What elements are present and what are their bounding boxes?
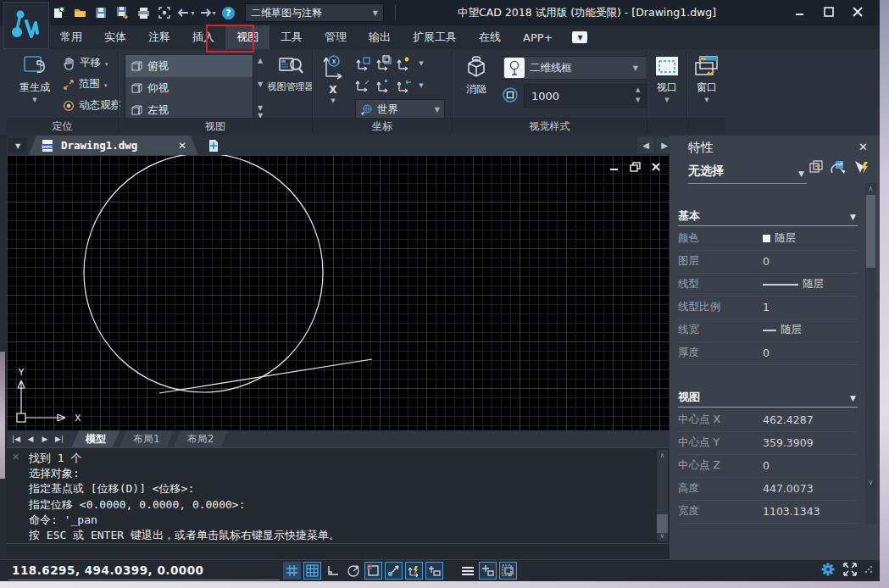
tab-layout2[interactable]: 布局2 (174, 430, 228, 447)
workspace-selector[interactable]: 二维草图与注释 ▼ (245, 3, 384, 22)
viewport-button[interactable]: 视口 ▼ (651, 54, 683, 103)
section-basic[interactable]: 基本▼ (678, 208, 858, 226)
scroll-up-icon[interactable]: ▲ (258, 57, 263, 64)
prop-row-linetype[interactable]: 线型 随层 (678, 273, 858, 297)
ucs-x-button[interactable]: x X ▼ (316, 53, 350, 104)
doc-tabs-menu-button[interactable]: ▼ (8, 138, 27, 153)
ucs-previous-button[interactable] (375, 55, 396, 72)
scroll-up-icon[interactable]: ∧ (865, 185, 876, 192)
polar-tracking-toggle[interactable] (344, 562, 362, 580)
undo-button[interactable]: ▾ (176, 3, 195, 22)
tab-tools[interactable]: 工具 (269, 25, 314, 49)
prop-row-center-z[interactable]: 中心点 Z 0 (678, 454, 858, 478)
tab-common[interactable]: 常用 (49, 25, 93, 49)
scroll-thumb[interactable] (866, 195, 875, 268)
ribbon-options-dropdown[interactable]: ▼ (572, 31, 587, 43)
chevron-down-icon[interactable]: ▼ (416, 82, 426, 89)
help-button[interactable]: ? (219, 3, 237, 22)
next-tab-button[interactable]: ▶ (39, 433, 51, 445)
ucs-selector[interactable]: 世界 ▼ (355, 99, 445, 119)
status-menu-button[interactable] (458, 562, 476, 580)
document-tab[interactable]: DWG Drawing1.dwg ✕ (29, 136, 198, 155)
prop-row-width[interactable]: 宽度 1103.1343 (678, 500, 858, 524)
properties-close-icon[interactable]: ✕ (858, 141, 868, 153)
chevron-down-icon[interactable]: ▼ (416, 60, 426, 67)
chevron-down-icon[interactable]: ▼ (798, 169, 804, 178)
drawing-canvas[interactable]: Y X (7, 155, 670, 430)
spinner-down-icon[interactable]: ▼ (636, 97, 640, 103)
properties-scrollbar[interactable]: ∧ ∨ (865, 183, 876, 524)
resize-grip[interactable] (864, 565, 873, 574)
object-snap-tracking-toggle[interactable] (385, 562, 403, 580)
save-as-button[interactable] (113, 3, 131, 22)
spinner-up-icon[interactable]: ▲ (636, 86, 640, 93)
quick-select-icon[interactable] (853, 159, 871, 176)
maximize-button[interactable] (820, 5, 837, 19)
prop-row-color[interactable]: 颜色 随层 (678, 227, 858, 251)
view-list-item-bottom[interactable]: 仰视 (125, 77, 253, 99)
dynamic-input-toggle[interactable] (425, 562, 443, 580)
scroll-up-icon[interactable]: ∧ (660, 452, 665, 459)
collapse-left-icon[interactable]: ◀ (637, 137, 654, 153)
doc-minimize-button[interactable] (608, 162, 620, 172)
first-tab-button[interactable]: |◀ (10, 433, 22, 445)
document-tab-close-icon[interactable]: ✕ (178, 140, 186, 152)
add-scales-toggle[interactable] (479, 562, 497, 580)
prop-row-center-y[interactable]: 中心点 Y 359.3909 (678, 431, 858, 455)
doc-close-button[interactable] (651, 162, 661, 172)
undo-dropdown-arrow[interactable]: ▾ (191, 9, 194, 17)
scale-spinner[interactable]: ▲ ▼ (636, 84, 640, 106)
snap-mode-toggle[interactable] (303, 562, 321, 580)
scroll-down-icon[interactable]: ▼ (258, 80, 263, 88)
prop-row-lineweight[interactable]: 线宽 随层 (678, 319, 858, 342)
prop-row-center-x[interactable]: 中心点 X 462.4287 (678, 408, 858, 432)
pan-button[interactable]: 平移▾ (63, 56, 108, 70)
hide-button[interactable]: 消隐 (458, 54, 495, 97)
tab-app-plus[interactable]: APP+ (512, 25, 564, 49)
tab-solid[interactable]: 实体 (93, 25, 137, 49)
new-file-button[interactable] (49, 3, 68, 22)
ucs-z-axis-button[interactable] (375, 77, 396, 94)
ucs-object-button[interactable] (396, 55, 416, 72)
close-button[interactable] (849, 5, 866, 19)
redo-dropdown-arrow[interactable]: ▾ (212, 9, 215, 17)
prop-row-layer[interactable]: 图层 0 (678, 250, 858, 274)
prop-row-linetype-scale[interactable]: 线型比例 1 (678, 296, 858, 319)
tab-express-tools[interactable]: 扩展工具 (402, 25, 468, 49)
scroll-down-icon[interactable]: ∨ (660, 532, 665, 540)
last-tab-button[interactable]: ▶| (53, 433, 65, 445)
regen-button[interactable]: 重生成 ▼ (14, 54, 56, 103)
prop-row-thickness[interactable]: 厚度 0 (678, 341, 858, 365)
fullscreen-icon[interactable] (842, 563, 858, 576)
tab-manage[interactable]: 管理 (314, 25, 358, 49)
scroll-down-icon[interactable]: ∨ (865, 479, 876, 486)
app-logo[interactable] (3, 2, 49, 49)
tab-annotate[interactable]: 注释 (137, 25, 181, 49)
pickadd-toggle-icon[interactable] (808, 159, 825, 176)
zoom-extents-button[interactable]: 范围▾ (63, 77, 108, 92)
section-view[interactable]: 视图▼ (678, 390, 858, 408)
save-button[interactable] (92, 3, 110, 22)
window-button[interactable]: 窗口 ▼ (691, 54, 723, 103)
command-close-icon[interactable]: ✕ (12, 452, 19, 463)
grid-display-toggle[interactable] (283, 562, 301, 580)
command-window[interactable]: ✕ 找到 1 个选择对象:指定基点或 [位移(D)] <位移>:指定位移 <0.… (7, 447, 670, 559)
minimize-button[interactable] (792, 5, 808, 19)
tab-model[interactable]: 模型 (72, 430, 119, 447)
settings-gear-icon[interactable] (820, 562, 836, 577)
prop-row-height[interactable]: 高度 447.0073 (678, 477, 858, 501)
object-snap-toggle[interactable] (364, 562, 382, 580)
orbit-button[interactable]: 动态观察 (63, 98, 121, 113)
redo-button[interactable]: ▾ (197, 3, 216, 22)
visual-style-selector[interactable]: 二维线框 ▼ (502, 56, 647, 80)
tab-online[interactable]: 在线 (468, 25, 512, 49)
scale-value-input[interactable]: 1000 (524, 84, 647, 108)
print-button[interactable] (134, 3, 153, 22)
select-objects-icon[interactable] (829, 159, 847, 176)
viewport-scale-toggle[interactable] (499, 562, 517, 580)
open-folder-button[interactable] (70, 3, 89, 22)
tab-output[interactable]: 输出 (358, 25, 402, 49)
tab-layout1[interactable]: 布局1 (119, 430, 174, 447)
dynamic-ucs-toggle[interactable] (405, 562, 423, 580)
command-scroll-thumb[interactable] (657, 514, 668, 533)
